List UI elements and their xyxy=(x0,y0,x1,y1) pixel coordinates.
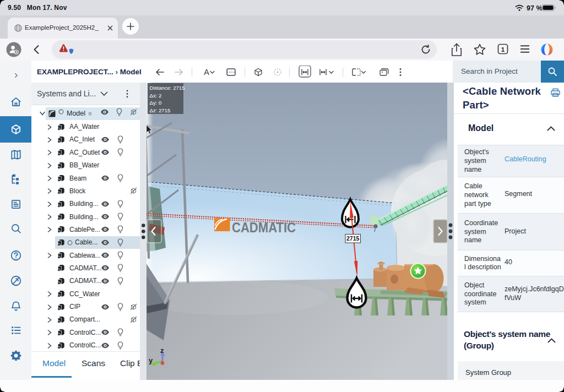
svg-text:2715: 2715 xyxy=(346,235,360,242)
svg-text:CADMATIC: CADMATIC xyxy=(232,220,296,235)
svg-text:Δz: 2715: Δz: 2715 xyxy=(150,107,171,113)
svg-text:1: 1 xyxy=(501,46,505,53)
svg-text:Distance: 2715: Distance: 2715 xyxy=(150,85,185,91)
svg-text:Δx: 2: Δx: 2 xyxy=(150,92,162,99)
svg-text:Δy: 0: Δy: 0 xyxy=(150,100,162,106)
svg-text:A: A xyxy=(204,67,209,77)
svg-text:z: z xyxy=(160,346,164,355)
svg-text:y: y xyxy=(149,356,153,364)
svg-text:97 %: 97 % xyxy=(527,4,543,12)
